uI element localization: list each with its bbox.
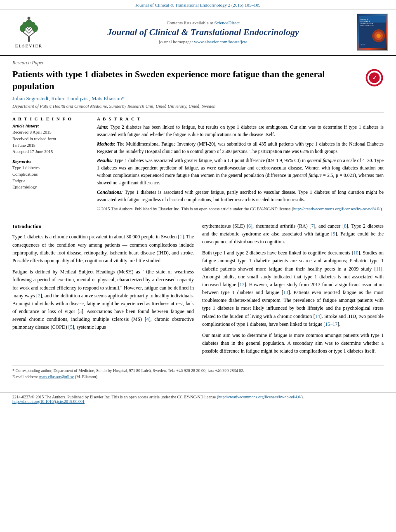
ref-10-link[interactable]: 10 <box>354 250 358 256</box>
abstract-results: Results: Type 1 diabetes was associated … <box>97 157 384 186</box>
svg-point-11 <box>31 22 35 28</box>
keywords-block: Keywords: Type 1 diabetes Complications … <box>12 159 89 191</box>
body-right-column: erythematosus (SLE) [6], rheumatoid arth… <box>202 222 384 359</box>
ref-14-link[interactable]: 14 <box>315 313 320 319</box>
journal-header: ELSEVIER Contents lists available at Sci… <box>0 9 396 56</box>
ref-4-link[interactable]: 4 <box>146 316 149 322</box>
footnote-section: * Corresponding author, Department of Me… <box>12 365 384 380</box>
journal-title: Journal of Clinical & Translational Endo… <box>54 27 353 38</box>
svg-text:CLINICAL &: CLINICAL & <box>360 20 370 22</box>
aims-text: Type 2 diabetes has been linked to fatig… <box>97 125 384 137</box>
doi-link[interactable]: http://dx.doi.org/10.1016/j.jcte.2015.06… <box>12 399 85 404</box>
svg-text:✓: ✓ <box>372 75 377 81</box>
intro-para-1: Type 1 diabetes is a chronic condition p… <box>12 233 194 265</box>
body-divider <box>12 218 384 218</box>
cc-license-link[interactable]: http://creativecommons.org/licenses/by-n… <box>293 207 381 211</box>
footnote-star: * Corresponding author, Department of Me… <box>12 367 384 374</box>
results-label: Results: <box>97 158 114 163</box>
article-title: Patients with type 1 diabetes in Sweden … <box>12 68 359 92</box>
bottom-bar: 2214-6237/© 2015 The Authors. Published … <box>0 392 396 404</box>
article-info-heading: A R T I C L E I N F O <box>12 116 89 121</box>
aims-label: Aims: <box>97 125 111 129</box>
abstract-aims: Aims: Type 2 diabetes has been linked to… <box>97 124 384 139</box>
received-revised-date: 15 June 2015 <box>12 142 89 149</box>
abstract-conclusions: Conclusions: Type 1 diabetes is associat… <box>97 189 384 204</box>
intro-para-3: erythematosus (SLE) [6], rheumatoid arth… <box>202 222 384 246</box>
journal-reference-bar: Journal of Clinical & Translational Endo… <box>0 0 396 9</box>
abstract-copyright: © 2015 The Authors. Published by Elsevie… <box>97 206 384 212</box>
elsevier-logo: ELSEVIER <box>8 16 50 48</box>
keywords-label: Keywords: <box>12 159 89 164</box>
conclusions-text: Type 1 diabetes is associated with great… <box>97 190 384 202</box>
section-divider <box>12 113 384 113</box>
body-section: Introduction Type 1 diabetes is a chroni… <box>12 222 384 359</box>
keyword-3: Fatigue <box>12 178 89 184</box>
received-revised-label: Received in revised form <box>12 136 89 142</box>
ref-2-link[interactable]: 2 <box>38 293 40 299</box>
ref-12-link[interactable]: 12 <box>240 282 245 287</box>
abstract-text-block: Aims: Type 2 diabetes has been linked to… <box>97 124 384 212</box>
affiliation-line: Department of Public Health and Clinical… <box>12 104 384 108</box>
intro-para-4: Both type 1 and type 2 diabetes have bee… <box>202 249 384 328</box>
svg-point-10 <box>22 22 27 28</box>
body-left-column: Introduction Type 1 diabetes is a chroni… <box>12 222 194 359</box>
svg-text:JCTE: JCTE <box>360 44 365 46</box>
svg-text:Journal of: Journal of <box>360 18 368 20</box>
title-section: Patients with type 1 diabetes in Sweden … <box>12 68 384 92</box>
crossmark-icon: ✓ CrossMark <box>365 68 384 87</box>
ref-6-link[interactable]: 6 <box>248 223 251 229</box>
journal-cover-image: Journal of CLINICAL & TRANSLATIONAL ENDO… <box>357 14 388 51</box>
keyword-1: Type 1 diabetes <box>12 165 89 171</box>
journal-homepage: journal homepage: www.elsevier.com/locat… <box>54 39 353 44</box>
svg-point-12 <box>28 17 31 20</box>
email-link[interactable]: mats.eliasson@nll.se <box>39 374 74 379</box>
ref-5-link[interactable]: 5 <box>70 324 73 330</box>
journal-header-center: Contents lists available at ScienceDirec… <box>54 20 353 44</box>
elsevier-brand-text: ELSEVIER <box>15 44 43 48</box>
accepted-date: Accepted 17 June 2015 <box>12 148 89 155</box>
journal-reference-text: Journal of Clinical & Translational Endo… <box>135 2 260 7</box>
results-text: Type 1 diabetes was associated with grea… <box>97 158 384 185</box>
ref-1-link[interactable]: 1 <box>179 234 182 240</box>
ref-3-link[interactable]: 3 <box>79 308 82 314</box>
ref-11-link[interactable]: 11 <box>376 266 381 272</box>
keyword-4: Epidemiology <box>12 184 89 191</box>
svg-text:ENDOCRINOLOGY: ENDOCRINOLOGY <box>360 24 375 26</box>
footnote-email: E-mail address: mats.eliasson@nll.se (M.… <box>12 374 384 380</box>
methods-text: The Multidimensional Fatigue Inventory (… <box>97 141 384 154</box>
intro-para-5: Our main aim was to determine if fatigue… <box>202 332 384 355</box>
svg-text:CrossMark: CrossMark <box>369 83 380 86</box>
ref-13-link[interactable]: 13 <box>283 290 288 295</box>
info-abstract-section: A R T I C L E I N F O Article history: R… <box>12 116 384 212</box>
abstract-heading: A B S T R A C T <box>97 116 384 121</box>
abstract-methods: Methods: The Multidimensional Fatigue In… <box>97 141 384 155</box>
ref-15-17-link[interactable]: 15–17 <box>325 321 337 327</box>
bottom-doi: http://dx.doi.org/10.1016/j.jcte.2015.06… <box>12 399 384 404</box>
article-history-block: Article history: Received 8 April 2015 R… <box>12 124 89 155</box>
bottom-cc-link[interactable]: http://creativecommons.org/licenses/by-n… <box>218 395 301 399</box>
abstract-column: A B S T R A C T Aims: Type 2 diabetes ha… <box>97 116 384 212</box>
intro-para-2: Fatigue is defined by Medical Subject He… <box>12 268 194 332</box>
received-date-1: Received 8 April 2015 <box>12 129 89 136</box>
main-content: Research Paper Patients with type 1 diab… <box>0 56 396 388</box>
sciencedirect-link[interactable]: ScienceDirect <box>214 20 240 25</box>
article-history-label: Article history: <box>12 124 89 128</box>
methods-label: Methods: <box>97 141 117 146</box>
bottom-copyright: 2214-6237/© 2015 The Authors. Published … <box>12 395 384 399</box>
keyword-2: Complications <box>12 171 89 178</box>
article-type-label: Research Paper <box>12 60 384 66</box>
article-info-column: A R T I C L E I N F O Article history: R… <box>12 116 89 212</box>
journal-url[interactable]: www.elsevier.com/locate/jcte <box>194 39 247 44</box>
authors-line: Johan Segerstedt, Robert Lundqvist, Mats… <box>12 95 384 102</box>
ref-9-link[interactable]: 9 <box>333 231 335 237</box>
ref-7-link[interactable]: 7 <box>311 223 314 229</box>
elsevier-tree-icon <box>12 16 45 43</box>
svg-text:TRANSLATIONAL: TRANSLATIONAL <box>360 22 374 24</box>
conclusions-label: Conclusions: <box>97 190 125 195</box>
sciencedirect-line: Contents lists available at ScienceDirec… <box>54 20 353 25</box>
ref-8-link[interactable]: 8 <box>344 223 346 229</box>
cover-svg: Journal of CLINICAL & TRANSLATIONAL ENDO… <box>359 14 386 51</box>
introduction-title: Introduction <box>12 222 194 231</box>
svg-point-22 <box>376 33 380 38</box>
svg-rect-0 <box>28 37 30 42</box>
